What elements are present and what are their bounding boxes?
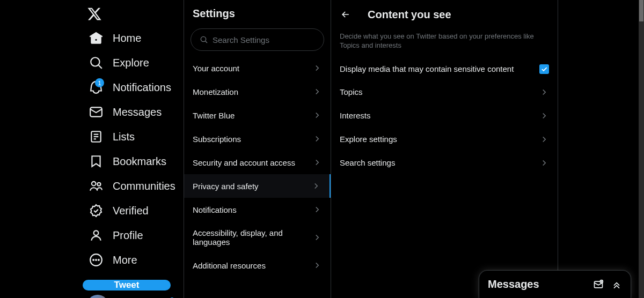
chevron-right-icon: [312, 260, 322, 270]
sensitive-content-toggle[interactable]: Display media that may contain sensitive…: [331, 58, 558, 80]
primary-sidebar: Home Explore 1 Notifications Messages Li…: [0, 0, 184, 298]
messages-dock[interactable]: Messages: [479, 270, 631, 298]
chevron-right-icon: [312, 158, 322, 167]
more-circle-icon: [89, 253, 103, 267]
nav-bookmarks[interactable]: Bookmarks: [83, 149, 173, 174]
logo[interactable]: [83, 4, 184, 26]
back-button[interactable]: [336, 5, 355, 24]
tweet-button[interactable]: Tweet: [83, 280, 171, 290]
svg-point-13: [98, 259, 99, 260]
search-icon: [200, 35, 208, 44]
nav-label: Lists: [113, 131, 135, 143]
link-interests[interactable]: Interests: [331, 104, 558, 128]
link-label: Search settings: [340, 158, 395, 167]
chevron-right-icon: [539, 87, 549, 97]
settings-item-notifications[interactable]: Notifications: [184, 198, 331, 221]
svg-point-7: [92, 182, 96, 186]
svg-point-11: [93, 259, 94, 260]
nav-label: Home: [113, 32, 141, 44]
svg-point-17: [201, 36, 206, 41]
toggle-label: Display media that may contain sensitive…: [340, 64, 514, 73]
chevron-right-icon: [312, 63, 322, 73]
nav-verified[interactable]: Verified: [83, 198, 155, 223]
link-topics[interactable]: Topics: [331, 80, 558, 104]
settings-item-your-account[interactable]: Your account: [184, 56, 331, 80]
account-switcher[interactable]: Eray Eliaçık @eliacikeray: [83, 290, 178, 298]
link-explore-settings[interactable]: Explore settings: [331, 128, 558, 151]
link-label: Explore settings: [340, 135, 397, 144]
check-icon: [540, 65, 548, 73]
new-message-icon: [593, 279, 604, 290]
settings-item-additional[interactable]: Additional resources: [184, 254, 331, 277]
settings-title: Settings: [193, 8, 322, 20]
nav-notifications[interactable]: 1 Notifications: [83, 75, 178, 100]
scrollbar[interactable]: [639, 0, 644, 298]
bell-icon: 1: [89, 80, 103, 94]
nav-label: Notifications: [113, 81, 171, 94]
person-icon: [89, 228, 103, 242]
messages-dock-title: Messages: [488, 278, 539, 290]
link-label: Topics: [340, 87, 363, 96]
search-settings-input[interactable]: [213, 35, 315, 44]
settings-item-accessibility[interactable]: Accessibility, display, and languages: [184, 221, 331, 254]
settings-item-label: Subscriptions: [193, 135, 241, 144]
chevron-right-icon: [312, 205, 322, 214]
nav-communities[interactable]: Communities: [83, 174, 182, 198]
expand-dock-button[interactable]: [611, 279, 622, 290]
new-message-button[interactable]: [593, 279, 604, 290]
settings-item-label: Monetization: [193, 87, 238, 96]
nav-home[interactable]: Home: [83, 26, 148, 50]
mail-icon: [89, 105, 103, 119]
settings-item-monetization[interactable]: Monetization: [184, 80, 331, 103]
svg-point-9: [94, 230, 99, 235]
nav-lists[interactable]: Lists: [83, 124, 141, 149]
chevron-right-icon: [312, 87, 322, 96]
scrollbar-thumb[interactable]: [639, 0, 643, 21]
settings-item-label: Twitter Blue: [193, 111, 235, 120]
settings-item-label: Additional resources: [193, 261, 266, 270]
verified-icon: [89, 204, 103, 218]
home-icon: [89, 31, 103, 45]
svg-point-12: [96, 259, 97, 260]
chevron-right-icon: [539, 111, 549, 121]
svg-point-0: [91, 57, 99, 66]
nav-label: Explore: [113, 57, 149, 69]
nav-label: Verified: [113, 205, 149, 217]
link-label: Interests: [340, 111, 371, 120]
settings-column: Settings Your account Monetization Twitt…: [184, 0, 331, 298]
people-icon: [89, 179, 103, 193]
chevron-double-up-icon: [611, 279, 622, 290]
settings-item-security[interactable]: Security and account access: [184, 151, 331, 174]
detail-column: Content you see Decide what you see on T…: [331, 0, 558, 298]
chevron-right-icon: [539, 158, 549, 168]
svg-line-1: [99, 65, 102, 69]
bookmark-icon: [89, 154, 103, 168]
svg-point-8: [97, 183, 100, 186]
detail-title: Content you see: [368, 9, 451, 21]
nav-profile[interactable]: Profile: [83, 223, 150, 248]
detail-description: Decide what you see on Twitter based on …: [331, 28, 558, 58]
nav-more[interactable]: More: [83, 248, 144, 272]
nav-label: Communities: [113, 180, 175, 192]
settings-item-twitter-blue[interactable]: Twitter Blue: [184, 103, 331, 127]
search-icon: [89, 56, 103, 70]
nav-label: More: [113, 254, 137, 266]
link-search-settings[interactable]: Search settings: [331, 151, 558, 175]
checkbox-checked[interactable]: [539, 64, 549, 74]
chevron-right-icon: [539, 135, 549, 144]
chevron-right-icon: [312, 134, 322, 144]
nav-explore[interactable]: Explore: [83, 50, 156, 75]
avatar: [87, 295, 108, 298]
svg-line-18: [206, 41, 207, 43]
settings-item-privacy[interactable]: Privacy and safety: [184, 174, 331, 198]
nav-messages[interactable]: Messages: [83, 100, 168, 124]
search-settings-box[interactable]: [191, 28, 324, 51]
settings-item-subscriptions[interactable]: Subscriptions: [184, 127, 331, 151]
chevron-right-icon: [311, 181, 321, 191]
settings-item-label: Your account: [193, 64, 239, 73]
notification-badge: 1: [95, 78, 104, 87]
x-logo-icon: [87, 6, 102, 21]
settings-item-label: Security and account access: [193, 158, 295, 167]
settings-item-label: Notifications: [193, 205, 237, 214]
nav-label: Profile: [113, 229, 143, 242]
